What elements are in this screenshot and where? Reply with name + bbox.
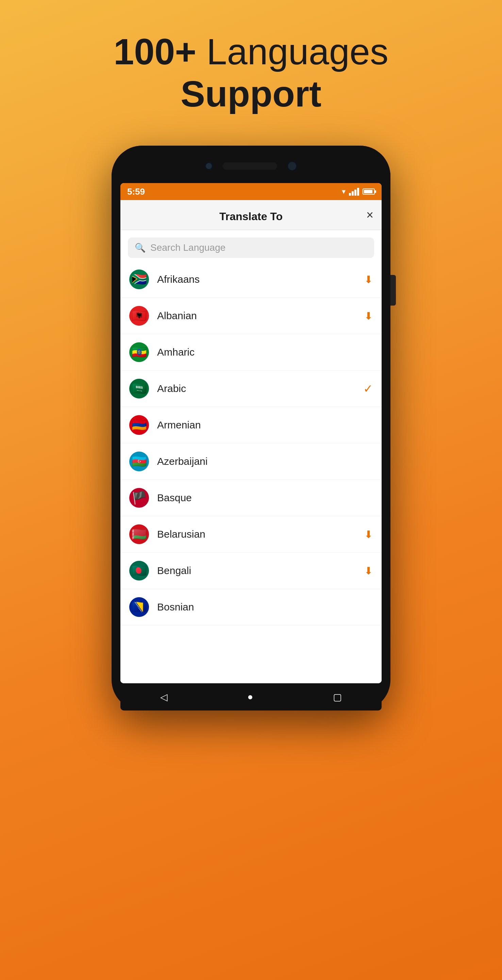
list-item[interactable]: 🇦🇿 Azerbaijani <box>121 443 381 480</box>
language-sheet: Translate To × 🔍 Search Language 🇿🇦 Afri… <box>121 200 381 683</box>
language-name: Basque <box>157 492 373 504</box>
language-name: Albanian <box>157 310 356 321</box>
list-item[interactable]: 🇧🇦 Bosnian <box>121 589 381 625</box>
phone-body: 5:59 ▾ Translate To × <box>111 146 391 711</box>
front-camera-main <box>288 161 297 171</box>
headline-line1: 100+ Languages <box>114 30 388 73</box>
flag-icon: 🇧🇩 <box>129 561 149 581</box>
list-item[interactable]: 🇧🇩 Bengali ⬇ <box>121 553 381 589</box>
search-bar[interactable]: 🔍 Search Language <box>128 237 374 258</box>
status-bar: 5:59 ▾ <box>121 183 381 200</box>
download-icon: ⬇ <box>364 565 373 577</box>
language-name: Bosnian <box>157 601 373 613</box>
headline-normal: Languages <box>196 31 388 72</box>
bottom-navigation: ◁ ● ▢ <box>121 683 381 711</box>
volume-button <box>391 275 396 305</box>
check-icon: ✓ <box>363 382 373 395</box>
download-icon: ⬇ <box>364 274 373 285</box>
back-button[interactable]: ◁ <box>160 692 168 703</box>
list-item[interactable]: 🇦🇲 Armenian <box>121 407 381 443</box>
signal-icon <box>349 188 359 196</box>
sheet-header: Translate To × <box>121 200 381 230</box>
flag-icon: 🇧🇾 <box>129 524 149 544</box>
list-item[interactable]: 🏴 Basque <box>121 480 381 516</box>
phone-speaker <box>223 162 277 170</box>
battery-fill <box>364 190 372 193</box>
language-name: Bengali <box>157 565 356 576</box>
flag-icon: 🇦🇿 <box>129 452 149 471</box>
sheet-title: Translate To <box>219 210 283 223</box>
search-input[interactable]: Search Language <box>150 242 367 253</box>
search-icon: 🔍 <box>135 243 146 253</box>
phone-frame: 5:59 ▾ Translate To × <box>111 146 391 711</box>
headline-line2: Support <box>114 73 388 115</box>
language-name: Amharic <box>157 347 373 358</box>
phone-screen: 5:59 ▾ Translate To × <box>121 183 381 683</box>
list-item[interactable]: 🇦🇱 Albanian ⬇ <box>121 298 381 334</box>
list-item[interactable]: 🇧🇾 Belarusian ⬇ <box>121 516 381 553</box>
list-item[interactable]: 🇪🇹 Amharic <box>121 334 381 371</box>
headline-bold: 100+ <box>114 31 196 72</box>
status-time: 5:59 <box>127 186 145 197</box>
flag-icon: 🇸🇦 <box>129 379 149 398</box>
flag-icon: 🇿🇦 <box>129 269 149 289</box>
language-name: Azerbaijani <box>157 456 373 467</box>
headline-section: 100+ Languages Support <box>114 30 388 115</box>
download-icon: ⬇ <box>364 528 373 540</box>
flag-icon: 🇧🇦 <box>129 597 149 617</box>
language-name: Belarusian <box>157 528 356 540</box>
list-item[interactable]: 🇿🇦 Afrikaans ⬇ <box>121 261 381 298</box>
close-button[interactable]: × <box>366 209 373 221</box>
battery-icon <box>362 189 375 195</box>
flag-icon: 🇦🇲 <box>129 415 149 435</box>
recent-button[interactable]: ▢ <box>333 692 342 703</box>
flag-icon: 🇦🇱 <box>129 306 149 326</box>
language-name: Armenian <box>157 419 373 431</box>
language-list: 🇿🇦 Afrikaans ⬇ 🇦🇱 Albanian ⬇ 🇪🇹 Amharic … <box>121 261 381 683</box>
front-camera-small <box>205 162 213 170</box>
list-item[interactable]: 🇸🇦 Arabic ✓ <box>121 371 381 407</box>
language-name: Arabic <box>157 383 355 395</box>
status-icons: ▾ <box>342 187 375 196</box>
download-icon: ⬇ <box>364 310 373 322</box>
flag-icon: 🇪🇹 <box>129 342 149 362</box>
phone-top-bar <box>111 146 391 186</box>
home-button[interactable]: ● <box>248 692 253 702</box>
flag-icon: 🏴 <box>129 488 149 508</box>
language-name: Afrikaans <box>157 274 356 285</box>
wifi-icon: ▾ <box>342 187 346 196</box>
